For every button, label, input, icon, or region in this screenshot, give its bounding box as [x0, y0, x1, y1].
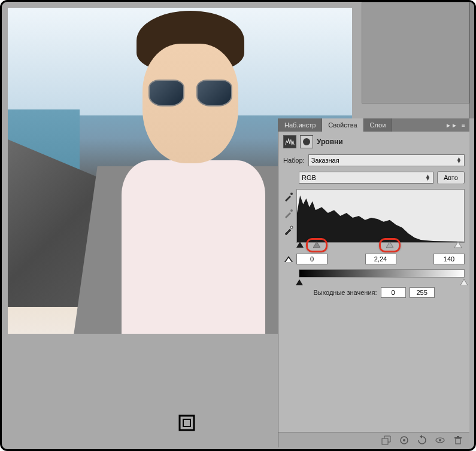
preset-label: Набор: [283, 157, 305, 164]
input-white-value[interactable] [433, 254, 465, 264]
gamma-slider[interactable] [313, 242, 320, 249]
output-label: Выходные значения: [313, 289, 377, 296]
gray-point-eyedropper-icon[interactable] [283, 208, 294, 219]
svg-point-2 [290, 193, 293, 195]
layer-mask-icon[interactable] [300, 135, 313, 148]
auto-button[interactable]: Авто [437, 171, 465, 184]
trash-icon[interactable] [453, 435, 463, 446]
view-previous-icon[interactable] [399, 435, 410, 446]
output-gradient[interactable] [299, 269, 465, 278]
visibility-icon[interactable] [435, 435, 445, 446]
input-black-value[interactable] [296, 254, 328, 264]
clip-to-layer-icon[interactable] [381, 435, 392, 446]
preset-value: Заказная [311, 157, 339, 164]
properties-panel: Наб.инстр Свойства Слои ►► ≡ Уровни Набо… [278, 118, 469, 447]
dropdown-arrows-icon: ▲▼ [425, 175, 430, 181]
svg-point-9 [439, 439, 441, 441]
svg-rect-0 [180, 416, 194, 430]
svg-point-4 [290, 226, 293, 228]
white-point-eyedropper-icon[interactable] [283, 225, 294, 236]
input-histogram [296, 189, 465, 243]
tab-layers[interactable]: Слои [364, 118, 393, 132]
svg-rect-11 [454, 437, 462, 438]
white-point-slider[interactable] [454, 242, 462, 249]
black-point-eyedropper-icon[interactable] [283, 191, 294, 202]
channel-value: RGB [302, 174, 316, 181]
output-black-slider[interactable] [296, 277, 303, 283]
preset-select[interactable]: Заказная ▲▼ [308, 154, 465, 166]
clip-warning-icon[interactable] [283, 255, 294, 263]
channel-select[interactable]: RGB ▲▼ [299, 172, 433, 184]
svg-rect-5 [382, 438, 388, 444]
output-black-value[interactable] [381, 287, 406, 298]
dropdown-arrows-icon: ▲▼ [456, 157, 462, 163]
reset-icon[interactable] [417, 435, 428, 446]
right-dock-strip [469, 2, 474, 118]
levels-adjustment-icon [283, 135, 296, 148]
output-white-slider[interactable] [460, 277, 468, 283]
svg-rect-1 [183, 419, 190, 426]
panel-collapse-icon[interactable]: ►► [445, 118, 457, 132]
app-frame: Наб.инстр Свойства Слои ►► ≡ Уровни Набо… [0, 0, 476, 451]
collapsed-panel [362, 2, 469, 103]
tab-properties[interactable]: Свойства [322, 118, 363, 132]
panel-tabs: Наб.инстр Свойства Слои ►► ≡ [278, 118, 469, 132]
input-gamma-value[interactable] [365, 254, 396, 264]
svg-point-3 [290, 209, 293, 212]
svg-rect-12 [457, 436, 459, 437]
adjustment-title: Уровни [317, 138, 343, 146]
transform-handle-icon[interactable] [178, 415, 195, 431]
svg-rect-10 [456, 438, 460, 444]
midtone-marker[interactable] [386, 242, 393, 249]
input-slider-track[interactable] [299, 242, 465, 250]
svg-point-7 [403, 439, 405, 441]
output-white-value[interactable] [410, 287, 435, 298]
panel-footer [278, 432, 469, 447]
panel-menu-icon[interactable]: ≡ [457, 118, 469, 132]
black-point-slider[interactable] [296, 242, 304, 249]
tab-tool-presets[interactable]: Наб.инстр [278, 118, 322, 132]
